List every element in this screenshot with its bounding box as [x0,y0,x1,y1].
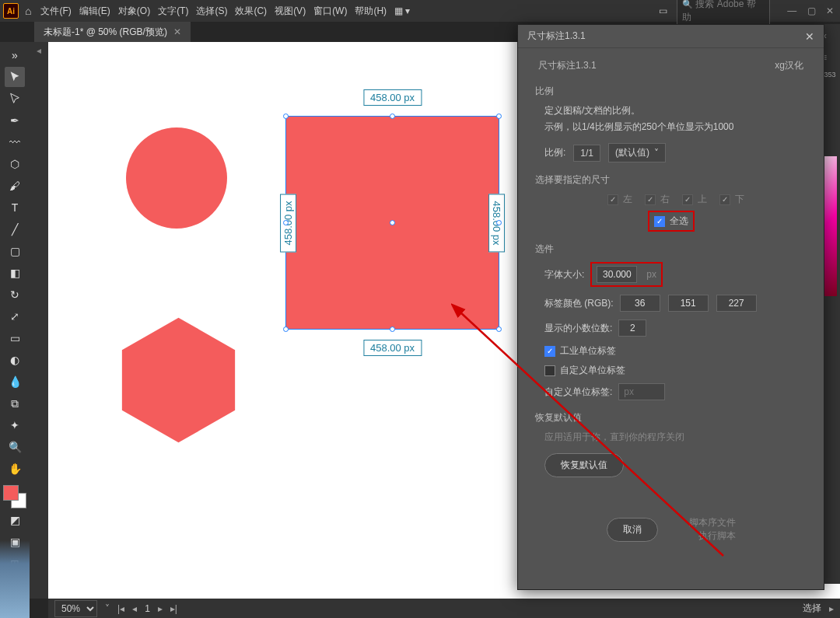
status-menu-icon[interactable]: ▸ [829,603,834,614]
maximize-icon[interactable]: ▢ [807,5,816,16]
nav-next-icon[interactable]: ▸ [158,603,163,614]
window-controls: — ▢ ✕ [779,5,834,16]
tool-rotate[interactable]: ↻ [5,285,25,305]
svg-marker-0 [122,318,235,443]
handle-bl[interactable] [283,326,289,332]
section-dims: 选择要指定的尺寸 [535,173,807,187]
tool-symbol[interactable]: ✦ [5,415,25,435]
scale-desc-2: 示例，以1/4比例显示的250个单位显示为1000 [535,120,807,134]
custom-unit-input[interactable] [618,383,665,400]
document-tab-title: 未标题-1* @ 50% (RGB/预览) [44,26,167,39]
nav-last-icon[interactable]: ▸| [170,603,177,614]
menu-help[interactable]: 帮助(H) [355,5,387,18]
footer-text-1: 脚本序文件 [689,516,736,529]
close-icon[interactable]: ✕ [826,5,834,16]
document-tab[interactable]: 未标题-1* @ 50% (RGB/预览) ✕ [34,22,191,43]
handle-ml[interactable] [283,220,289,225]
color-r-input[interactable] [620,295,660,312]
menu-text[interactable]: 文字(T) [158,5,188,18]
tool-eyedropper[interactable]: 💧 [5,372,25,392]
cb-left[interactable] [607,194,618,205]
tool-direct-select[interactable] [5,89,25,109]
color-b-input[interactable] [716,295,757,312]
font-size-unit: px [646,269,656,280]
hexagon-shape[interactable] [118,314,239,446]
cb-industrial[interactable] [544,346,555,357]
layout-icon[interactable]: ▦ ▾ [394,5,410,16]
workspace-icon[interactable]: ▭ [659,5,667,16]
tool-shape[interactable]: ▢ [5,241,25,261]
tool-brush[interactable]: 🖌 [5,176,25,196]
tool-pen[interactable]: ✒ [5,110,25,131]
handle-br[interactable] [496,326,502,332]
custom-label: 自定义单位标签 [560,364,625,377]
tool-zoom[interactable]: 🔍 [5,437,25,457]
tool-blend[interactable]: ⧉ [5,393,25,414]
scale-default-select[interactable]: (默认值) ˅ [608,143,666,162]
tool-line[interactable]: ╱ [5,219,25,239]
handle-tr[interactable] [496,113,502,119]
select-all-highlight: 全选 [648,211,695,232]
font-size-input[interactable] [597,266,637,283]
section-restore: 恢复默认值 [535,411,807,424]
status-selection: 选择 [803,602,821,615]
menu-object[interactable]: 对象(O) [118,5,150,18]
tool-curvature[interactable]: 〰 [5,132,25,152]
page-number: 1 [145,603,150,614]
tool-hand[interactable]: ✋ [5,459,25,479]
dimension-panel: 尺寸标注1.3.1 ✕ 尺寸标注1.3.1 xg汉化 比例 定义图稿/文档的比例… [517,24,824,590]
menu-view[interactable]: 视图(V) [275,5,306,18]
menu-file[interactable]: 文件(F) [40,5,71,18]
canvas-tab-strip[interactable]: ◂ [30,42,48,599]
handle-mr[interactable] [496,220,502,225]
scale-label: 比例: [544,146,565,159]
cancel-button[interactable]: 取消 [607,518,658,542]
minimize-icon[interactable]: — [787,5,796,16]
menu-effect[interactable]: 效果(C) [235,5,267,18]
tool-selection[interactable] [5,67,25,87]
cb-bottom[interactable] [719,194,730,205]
nav-prev-icon[interactable]: ◂ [132,603,137,614]
font-size-label: 字体大小: [544,268,584,281]
nav-first-icon[interactable]: |◂ [117,603,124,614]
search-input[interactable]: 🔍 搜索 Adobe 帮助 [677,0,770,26]
toolbar-expand-icon[interactable]: » [5,45,25,65]
tool-polygon[interactable]: ⬡ [5,154,25,174]
handle-tl[interactable] [283,113,289,119]
cb-select-all[interactable] [654,216,665,227]
handle-bm[interactable] [390,326,395,332]
panel-title: 尺寸标注1.3.1 [527,30,586,43]
circle-shape[interactable] [126,127,227,229]
panel-header[interactable]: 尺寸标注1.3.1 ✕ [518,25,824,48]
zoom-select[interactable]: 50% [54,600,97,617]
color-swatches[interactable] [3,485,26,508]
section-scale: 比例 [535,85,807,98]
menu-window[interactable]: 窗口(W) [313,5,347,18]
chevron-down-icon[interactable]: ˅ [105,603,110,614]
tool-type[interactable]: T [5,197,25,218]
fg-swatch[interactable] [3,485,19,501]
rectangle-shape-selected[interactable]: 458.00 px 458.00 px 458.00 px 458.00 px [285,116,499,330]
cb-right[interactable] [645,194,656,205]
home-icon[interactable]: ⌂ [25,5,31,17]
menu-select[interactable]: 选择(S) [196,5,227,18]
panel-close-icon[interactable]: ✕ [805,30,814,43]
cb-top[interactable] [682,194,693,205]
panel-credit: xg汉化 [775,59,803,72]
menu-edit[interactable]: 编辑(E) [79,5,110,18]
close-tab-icon[interactable]: ✕ [173,26,181,37]
tool-draw-mode[interactable]: ◩ [5,510,25,530]
tool-gradient[interactable]: ◐ [5,350,25,370]
section-options: 选件 [535,243,807,256]
tool-width[interactable]: ▭ [5,328,25,348]
decimals-input[interactable] [618,319,646,337]
cb-custom[interactable] [544,365,555,376]
scale-value-select[interactable]: 1/1 [573,145,600,162]
color-g-input[interactable] [668,295,709,312]
handle-center[interactable] [390,220,395,225]
tool-eraser[interactable]: ◧ [5,263,25,283]
tool-scale[interactable]: ⤢ [5,306,25,326]
restore-button[interactable]: 恢复默认值 [544,453,624,477]
handle-tm[interactable] [390,113,395,119]
scale-desc-1: 定义图稿/文档的比例。 [535,104,807,117]
